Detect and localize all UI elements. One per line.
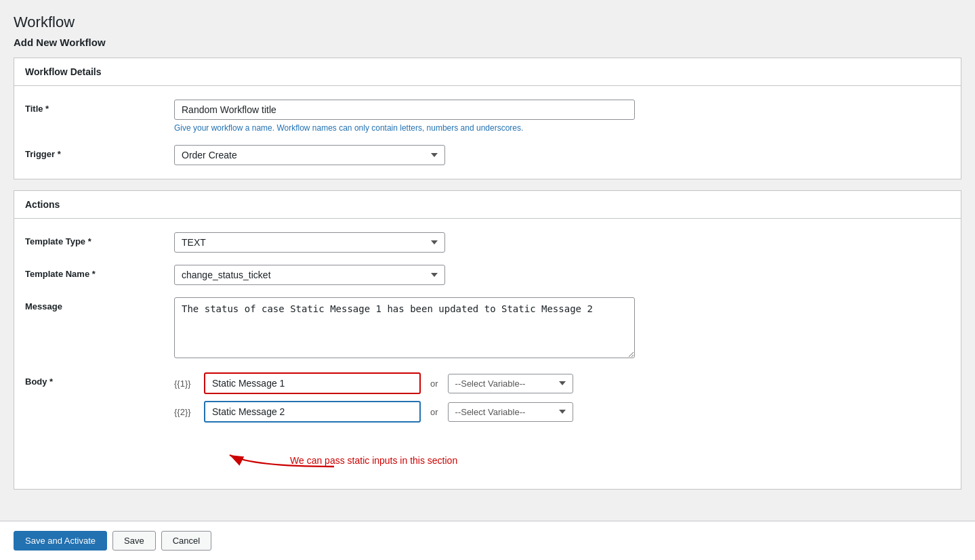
save-button[interactable]: Save — [112, 531, 156, 551]
template-name-row: Template Name * change_status_ticket ord… — [25, 265, 950, 285]
body-field-row-1: {{1}} or --Select Variable-- — [174, 372, 573, 394]
trigger-select[interactable]: Order Create Order Update Order Complete — [174, 145, 445, 165]
page-title: Workflow — [14, 14, 961, 31]
message-label: Message — [25, 297, 174, 311]
title-help: Give your workflow a name. Workflow name… — [174, 123, 635, 133]
body-field-row-2: {{2}} or --Select Variable-- — [174, 401, 573, 423]
message-row: Message The status of case Static Messag… — [25, 297, 950, 360]
message-field: The status of case Static Message 1 has … — [174, 297, 635, 360]
body-variable-select-2[interactable]: --Select Variable-- — [448, 402, 573, 422]
template-type-field: TEXT HTML JSON — [174, 232, 635, 253]
body-fields: {{1}} or --Select Variable-- {{2}} or — [174, 372, 573, 475]
template-type-row: Template Type * TEXT HTML JSON — [25, 232, 950, 253]
title-field: Give your workflow a name. Workflow name… — [174, 100, 635, 133]
body-placeholder-1: {{1}} — [174, 379, 199, 389]
title-label: Title * — [25, 100, 174, 114]
cancel-button[interactable]: Cancel — [161, 531, 211, 551]
message-textarea[interactable]: The status of case Static Message 1 has … — [174, 297, 635, 358]
title-input[interactable] — [174, 100, 635, 120]
body-or-1: or — [430, 379, 438, 389]
body-variable-select-1[interactable]: --Select Variable-- — [448, 374, 573, 393]
actions-header: Actions — [14, 191, 961, 219]
save-activate-button[interactable]: Save and Activate — [14, 531, 107, 551]
workflow-details-card: Workflow Details Title * Give your workf… — [14, 58, 961, 179]
body-or-2: or — [430, 407, 438, 417]
footer-bar: Save and Activate Save Cancel — [0, 521, 975, 560]
annotation-text: We can pass static inputs in this sectio… — [290, 455, 457, 466]
template-name-label: Template Name * — [25, 265, 174, 279]
page-subtitle: Add New Workflow — [14, 37, 961, 48]
annotation-container: We can pass static inputs in this sectio… — [199, 429, 573, 475]
arrow-svg — [199, 429, 388, 473]
body-static-input-2[interactable] — [204, 401, 421, 423]
template-type-select[interactable]: TEXT HTML JSON — [174, 232, 445, 253]
body-label: Body * — [25, 372, 174, 387]
template-name-select[interactable]: change_status_ticket order_created order… — [174, 265, 445, 285]
body-static-input-1[interactable] — [204, 372, 421, 394]
actions-card: Actions Template Type * TEXT HTML JSON T… — [14, 190, 961, 490]
title-row: Title * Give your workflow a name. Workf… — [25, 100, 950, 133]
trigger-label: Trigger * — [25, 145, 174, 159]
trigger-row: Trigger * Order Create Order Update Orde… — [25, 145, 950, 165]
body-row: Body * {{1}} or --Select Variable-- {{2}… — [25, 372, 950, 475]
workflow-details-header: Workflow Details — [14, 58, 961, 86]
trigger-field: Order Create Order Update Order Complete — [174, 145, 635, 165]
template-type-label: Template Type * — [25, 232, 174, 246]
template-name-field: change_status_ticket order_created order… — [174, 265, 635, 285]
body-placeholder-2: {{2}} — [174, 407, 199, 417]
